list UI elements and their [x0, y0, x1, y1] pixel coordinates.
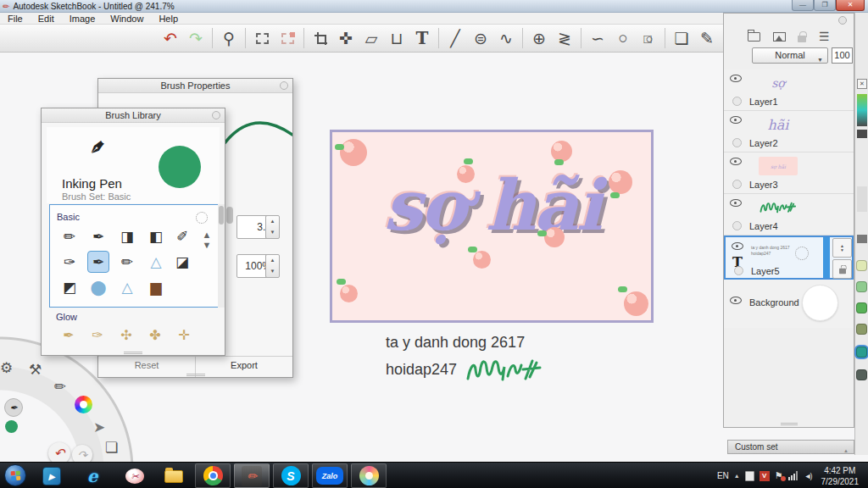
layer-reorder-control[interactable]: ▲▼ — [832, 238, 852, 258]
layer-lock-circle[interactable] — [732, 138, 742, 147]
menu-edit[interactable]: Edit — [31, 14, 62, 24]
brush-item[interactable]: ✤ — [144, 324, 166, 346]
mirror-tool-icon[interactable]: ≷ — [552, 27, 577, 49]
color-chip[interactable] — [856, 324, 867, 335]
brush-item-selected[interactable]: ✒ — [87, 251, 109, 273]
cursor-icon[interactable]: ➤ — [93, 419, 105, 436]
brush-item[interactable]: ◩ — [58, 276, 81, 298]
brush-item[interactable]: ✒ — [87, 225, 109, 247]
resize-grip[interactable] — [124, 352, 142, 354]
color-wheel-icon[interactable] — [75, 396, 92, 413]
layer-row[interactable]: hãi Layer2 — [724, 111, 854, 152]
action-center-flag-icon[interactable]: ⚑ — [775, 470, 783, 481]
resize-grip[interactable] — [781, 423, 798, 425]
taskbar-skype-button[interactable]: S — [273, 463, 309, 488]
panel-close-icon[interactable] — [838, 16, 847, 25]
export-button[interactable]: Export — [196, 357, 292, 377]
scrollbar-thumb[interactable] — [226, 207, 233, 224]
brush-item[interactable]: ▆ — [145, 276, 167, 298]
pen-nib-button[interactable]: ✒ — [4, 398, 23, 417]
language-indicator[interactable]: EN — [717, 471, 729, 480]
color-chip[interactable] — [856, 369, 867, 380]
brush-item[interactable]: ✑ — [58, 251, 81, 273]
layer-row[interactable]: sợ Layer1 — [724, 69, 854, 111]
color-swatch[interactable] — [857, 130, 867, 138]
zoom-tool-icon[interactable]: ⚲ — [216, 27, 242, 49]
panel-close-icon[interactable] — [212, 111, 220, 119]
taskbar-explorer-icon[interactable] — [163, 465, 185, 487]
title-bar[interactable]: ✏ Autodesk SketchBook - Untitled @ 241.7… — [0, 0, 868, 13]
layer-lock-circle[interactable] — [732, 97, 742, 106]
brush-item[interactable]: ✛ — [173, 324, 195, 346]
eye-icon[interactable] — [730, 75, 742, 82]
brush-item[interactable]: ⬤ — [87, 276, 109, 298]
crop-tool-icon[interactable] — [308, 27, 333, 49]
panel-menu-icon[interactable]: ☰ — [819, 30, 830, 43]
layer-lock-circle[interactable] — [732, 221, 742, 230]
undo-icon[interactable]: ↶ — [158, 27, 183, 49]
tray-unikey-icon[interactable]: V — [760, 471, 770, 481]
eye-icon[interactable] — [732, 242, 743, 250]
ellipse-tool-icon[interactable]: ○ — [610, 27, 636, 49]
layer-row[interactable]: Layer4 — [724, 194, 854, 236]
stepper-down-icon[interactable]: ▼ — [266, 266, 279, 277]
shapes-tool-icon[interactable]: □○ — [636, 27, 661, 49]
taskbar-paint-button[interactable] — [351, 463, 387, 488]
image-icon[interactable] — [773, 32, 786, 42]
layers-icon[interactable]: ❏ — [105, 439, 118, 457]
resize-grip[interactable] — [186, 374, 205, 376]
restore-button[interactable]: ❐ — [814, 0, 836, 11]
brush-item[interactable]: ✑ — [86, 324, 108, 346]
layer-lock-circle[interactable] — [732, 180, 742, 189]
tray-expand-icon[interactable]: ▲ — [734, 473, 740, 479]
network-icon[interactable] — [788, 471, 799, 480]
brush-item[interactable]: ✣ — [115, 324, 137, 346]
clock[interactable]: 4:42 PM 7/29/2021 — [816, 465, 865, 487]
eye-icon[interactable] — [730, 158, 742, 165]
tray-clipboard-icon[interactable] — [745, 471, 754, 481]
blend-mode-dropdown[interactable]: Normal ▼ — [752, 47, 828, 64]
background-layer-row[interactable]: Background — [724, 280, 854, 328]
layer-lock-circle[interactable] — [734, 266, 743, 275]
brush-item[interactable]: ✐ — [171, 225, 193, 247]
menu-image[interactable]: Image — [62, 14, 103, 24]
color-chip[interactable] — [856, 260, 867, 271]
ruler-tool-icon[interactable]: ╱ — [442, 27, 468, 49]
taskbar-internet-explorer-icon[interactable]: e — [81, 465, 103, 487]
close-button[interactable]: ✕ — [836, 0, 865, 11]
gradient-swatch[interactable] — [857, 94, 867, 126]
symmetry-tool-icon[interactable]: ⊜ — [468, 27, 493, 49]
custom-set-bar[interactable]: Custom set ▲ — [727, 440, 854, 454]
color-chip[interactable] — [856, 281, 867, 292]
menu-help[interactable]: Help — [151, 14, 186, 24]
folder-icon[interactable] — [748, 32, 760, 42]
start-button[interactable] — [4, 464, 26, 486]
taskbar-media-player-icon[interactable]: ▶ — [41, 465, 63, 487]
menu-file[interactable]: File — [0, 14, 31, 24]
layer-opacity-field[interactable]: 100 — [832, 47, 853, 64]
redo-icon[interactable]: ↷ — [183, 27, 209, 49]
brush-item[interactable]: △ — [145, 251, 167, 273]
menu-window[interactable]: Window — [103, 14, 151, 24]
brush-palette-icon[interactable]: ✎ — [694, 27, 720, 49]
taskbar-chrome-button[interactable] — [195, 463, 231, 488]
brush-opacity-stepper[interactable]: ▲ ▼ — [265, 254, 280, 278]
color-chip-selected[interactable] — [856, 347, 867, 358]
speaker-icon[interactable]: ◄) — [804, 472, 811, 480]
minimize-button[interactable]: — — [792, 0, 814, 11]
slider-control-icon[interactable]: ▲▼ — [196, 229, 218, 251]
gear-icon[interactable]: ⚙ — [0, 359, 13, 377]
stepper-up-icon[interactable]: ▲ — [266, 216, 279, 227]
brush-item[interactable]: ✏ — [58, 225, 81, 247]
stepper-down-icon[interactable]: ▼ — [266, 227, 279, 238]
brush-item[interactable]: ✒ — [58, 324, 80, 346]
brush-icon[interactable]: ✏ — [54, 378, 66, 396]
panel-close-icon[interactable] — [280, 81, 288, 90]
background-color-thumbnail[interactable] — [802, 285, 838, 321]
eye-icon[interactable] — [730, 297, 742, 304]
perspective-tool-icon[interactable]: ⊕ — [526, 27, 552, 49]
brush-item[interactable]: ◨ — [116, 225, 138, 247]
selection-tool-icon[interactable] — [249, 27, 275, 49]
deselect-tool-icon[interactable] — [275, 27, 300, 49]
layer-row-selected[interactable]: T ta y danh dong 2617 hoidap247 Layer5 ▲… — [724, 236, 854, 280]
